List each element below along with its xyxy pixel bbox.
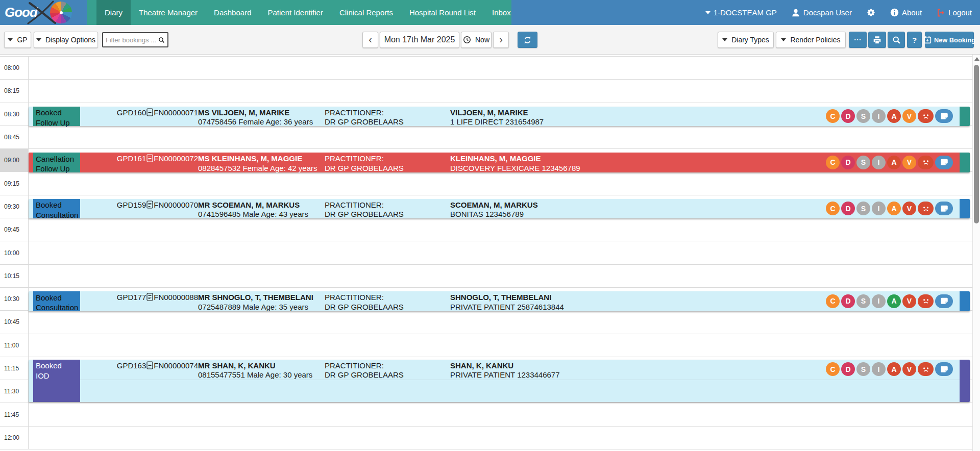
badge-i[interactable]: I <box>872 202 886 215</box>
time-slot[interactable]: 10:45 <box>0 310 972 333</box>
sad-face-icon[interactable] <box>918 294 934 308</box>
file-number: FN00000074 <box>154 361 198 370</box>
document-icon[interactable] <box>146 293 153 303</box>
time-slot[interactable]: 11:00 <box>0 334 972 357</box>
badge-a[interactable]: A <box>887 202 901 215</box>
user-menu[interactable]: Docspan User <box>791 8 852 17</box>
sad-face-icon[interactable] <box>918 156 934 169</box>
badge-c[interactable]: C <box>826 109 840 123</box>
display-options-dropdown[interactable]: Display Options <box>34 32 98 48</box>
badge-d[interactable]: D <box>841 294 855 308</box>
badge-d[interactable]: D <box>841 362 855 376</box>
nav-tab-diary[interactable]: Diary <box>96 0 131 25</box>
note-icon[interactable] <box>935 202 953 215</box>
note-icon[interactable] <box>935 362 953 376</box>
badge-d[interactable]: D <box>841 202 855 215</box>
nav-tab-clinical-reports[interactable]: Clinical Reports <box>331 0 401 25</box>
booking-row-scoeman[interactable]: Booked Consultation GPD159FN00000070 MR … <box>29 199 970 219</box>
time-slot[interactable]: 10:00 <box>0 241 972 264</box>
badge-d[interactable]: D <box>841 156 855 169</box>
badge-a[interactable]: A <box>887 156 901 169</box>
more-options-button[interactable]: ... <box>849 32 867 48</box>
print-button[interactable] <box>868 32 886 48</box>
badge-d[interactable]: D <box>841 109 855 123</box>
time-slot[interactable]: 12:00 <box>0 426 972 449</box>
document-icon[interactable] <box>146 108 153 118</box>
refresh-button[interactable] <box>518 32 537 48</box>
time-slot[interactable]: 09:15 <box>0 171 972 194</box>
time-label: 10:15 <box>4 265 19 287</box>
booking-type: Follow Up <box>36 118 80 128</box>
document-icon[interactable] <box>146 154 153 164</box>
vertical-scrollbar[interactable] <box>972 55 980 451</box>
booking-type: Follow Up <box>36 164 80 174</box>
render-policies-dropdown[interactable]: Render Policies <box>776 32 846 48</box>
badge-a[interactable]: A <box>887 294 901 308</box>
document-icon[interactable] <box>146 361 153 371</box>
practice-selector[interactable]: 1-DOCSTEAM GP <box>705 8 777 17</box>
booking-row-kleinhans[interactable]: Canellation Follow Up GPD161FN00000072 M… <box>29 153 970 172</box>
scroll-up-arrow[interactable] <box>974 57 979 61</box>
badge-c[interactable]: C <box>826 362 840 376</box>
nav-tab-theatre-manager[interactable]: Theatre Manager <box>131 0 206 25</box>
badge-s[interactable]: S <box>856 109 870 123</box>
badge-a[interactable]: A <box>887 109 901 123</box>
badge-s[interactable]: S <box>856 362 870 376</box>
badge-v[interactable]: V <box>902 294 916 308</box>
badge-v[interactable]: V <box>902 156 916 169</box>
badge-i[interactable]: I <box>872 156 886 169</box>
sad-face-icon[interactable] <box>918 109 934 123</box>
badge-c[interactable]: C <box>826 202 840 215</box>
time-slot[interactable]: 10:15 <box>0 264 972 287</box>
badge-v[interactable]: V <box>902 362 916 376</box>
badge-s[interactable]: S <box>856 202 870 215</box>
sad-face-icon[interactable] <box>918 362 934 376</box>
next-day-button[interactable]: › <box>493 32 509 48</box>
badge-v[interactable]: V <box>902 202 916 215</box>
sad-face-icon[interactable] <box>918 202 934 215</box>
time-slot[interactable]: 09:45 <box>0 218 972 241</box>
badge-i[interactable]: I <box>872 109 886 123</box>
time-slot[interactable]: 08:45 <box>0 126 972 148</box>
time-slot[interactable]: 11:45 <box>0 403 972 425</box>
logout-button[interactable]: Logout <box>936 8 972 17</box>
previous-day-button[interactable]: ‹ <box>362 32 378 48</box>
time-slot[interactable]: 08:15 <box>0 79 972 102</box>
note-icon[interactable] <box>935 156 953 169</box>
nav-tab-dashboard[interactable]: Dashboard <box>206 0 259 25</box>
badge-c[interactable]: C <box>826 294 840 308</box>
badge-s[interactable]: S <box>856 294 870 308</box>
badge-s[interactable]: S <box>856 156 870 169</box>
badge-v[interactable]: V <box>902 109 916 123</box>
badge-i[interactable]: I <box>872 294 886 308</box>
search-button[interactable] <box>888 32 905 48</box>
settings-button[interactable] <box>866 8 876 17</box>
booking-row-shan[interactable]: Booked IOD GPD163FN00000074 MR SHAN, K, … <box>29 360 970 403</box>
time-slot[interactable]: 08:00 <box>0 56 972 79</box>
diary-types-dropdown[interactable]: Diary Types <box>718 32 774 48</box>
booking-row-shnoglo[interactable]: Booked Consultation GPD177FN00000088 MR … <box>29 291 970 311</box>
date-display[interactable]: Mon 17th Mar 2025 <box>380 32 459 48</box>
filter-input[interactable] <box>106 36 157 44</box>
note-icon[interactable] <box>935 109 953 123</box>
badge-c[interactable]: C <box>826 156 840 169</box>
account-name: KLEINHANS, M, MAGGIE <box>450 154 580 164</box>
gp-dropdown[interactable]: GP <box>4 32 31 48</box>
badge-i[interactable]: I <box>872 362 886 376</box>
scrollbar-thumb[interactable] <box>974 65 979 223</box>
nav-tab-hospital-round-list[interactable]: Hospital Round List <box>401 0 484 25</box>
new-booking-button[interactable]: New Booking <box>925 32 974 48</box>
now-button[interactable]: Now <box>461 32 492 48</box>
about-button[interactable]: About <box>890 8 922 17</box>
filter-bookings-input[interactable] <box>102 32 168 47</box>
badge-a[interactable]: A <box>887 362 901 376</box>
document-icon[interactable] <box>146 201 153 210</box>
booking-ids: GPD163FN00000074 <box>29 361 198 371</box>
nav-tab-patient-identifier[interactable]: Patient Identifier <box>259 0 331 25</box>
booking-row-viljoen[interactable]: Booked Follow Up GPD160FN00000071 MS VIL… <box>29 107 970 127</box>
note-icon[interactable] <box>935 294 953 308</box>
booking-type-bar <box>960 107 970 127</box>
patient-details: 0725487889 Male Age: 35 years <box>198 303 308 311</box>
diary-number: GPD161 <box>117 154 146 163</box>
help-button[interactable]: ? <box>907 32 922 48</box>
